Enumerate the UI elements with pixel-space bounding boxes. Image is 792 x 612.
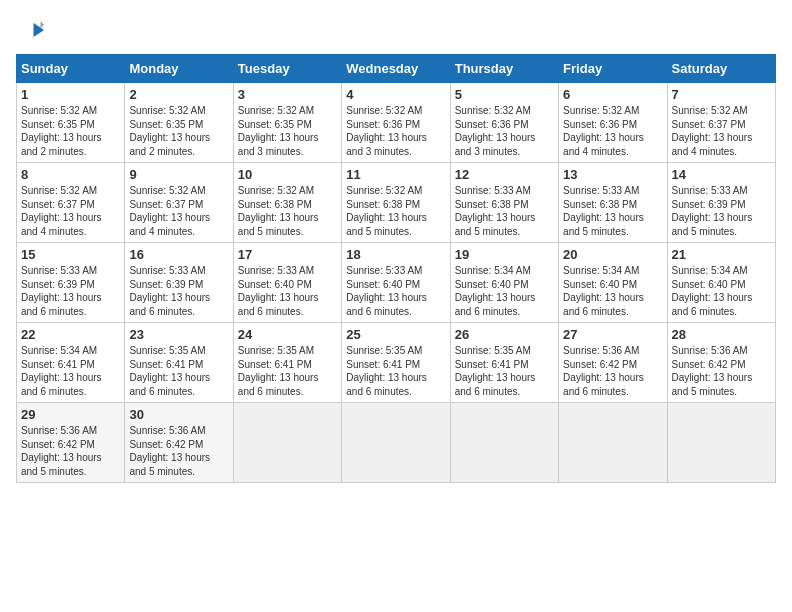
day-number: 29 — [21, 407, 120, 422]
day-info: Sunrise: 5:33 AM Sunset: 6:39 PM Dayligh… — [21, 264, 120, 318]
calendar-day-cell: 9Sunrise: 5:32 AM Sunset: 6:37 PM Daylig… — [125, 163, 233, 243]
calendar-day-cell: 26Sunrise: 5:35 AM Sunset: 6:41 PM Dayli… — [450, 323, 558, 403]
day-number: 16 — [129, 247, 228, 262]
day-number: 14 — [672, 167, 771, 182]
day-info: Sunrise: 5:32 AM Sunset: 6:36 PM Dayligh… — [346, 104, 445, 158]
calendar-day-cell — [233, 403, 341, 483]
day-info: Sunrise: 5:32 AM Sunset: 6:38 PM Dayligh… — [238, 184, 337, 238]
day-number: 26 — [455, 327, 554, 342]
calendar-day-cell: 10Sunrise: 5:32 AM Sunset: 6:38 PM Dayli… — [233, 163, 341, 243]
day-info: Sunrise: 5:32 AM Sunset: 6:36 PM Dayligh… — [455, 104, 554, 158]
day-number: 23 — [129, 327, 228, 342]
day-number: 5 — [455, 87, 554, 102]
calendar-day-cell: 24Sunrise: 5:35 AM Sunset: 6:41 PM Dayli… — [233, 323, 341, 403]
day-info: Sunrise: 5:36 AM Sunset: 6:42 PM Dayligh… — [21, 424, 120, 478]
calendar-day-cell: 1Sunrise: 5:32 AM Sunset: 6:35 PM Daylig… — [17, 83, 125, 163]
day-info: Sunrise: 5:35 AM Sunset: 6:41 PM Dayligh… — [455, 344, 554, 398]
day-of-week-header: Sunday — [17, 55, 125, 83]
day-info: Sunrise: 5:33 AM Sunset: 6:40 PM Dayligh… — [346, 264, 445, 318]
day-number: 10 — [238, 167, 337, 182]
day-of-week-header: Wednesday — [342, 55, 450, 83]
day-info: Sunrise: 5:34 AM Sunset: 6:40 PM Dayligh… — [563, 264, 662, 318]
day-number: 28 — [672, 327, 771, 342]
calendar-day-cell: 17Sunrise: 5:33 AM Sunset: 6:40 PM Dayli… — [233, 243, 341, 323]
calendar-table: SundayMondayTuesdayWednesdayThursdayFrid… — [16, 54, 776, 483]
day-number: 20 — [563, 247, 662, 262]
day-of-week-header: Tuesday — [233, 55, 341, 83]
calendar-day-cell: 16Sunrise: 5:33 AM Sunset: 6:39 PM Dayli… — [125, 243, 233, 323]
day-info: Sunrise: 5:32 AM Sunset: 6:38 PM Dayligh… — [346, 184, 445, 238]
day-number: 25 — [346, 327, 445, 342]
day-number: 6 — [563, 87, 662, 102]
calendar-day-cell — [342, 403, 450, 483]
day-number: 8 — [21, 167, 120, 182]
day-info: Sunrise: 5:33 AM Sunset: 6:38 PM Dayligh… — [563, 184, 662, 238]
day-info: Sunrise: 5:33 AM Sunset: 6:39 PM Dayligh… — [672, 184, 771, 238]
calendar-day-cell: 2Sunrise: 5:32 AM Sunset: 6:35 PM Daylig… — [125, 83, 233, 163]
day-number: 15 — [21, 247, 120, 262]
day-info: Sunrise: 5:34 AM Sunset: 6:41 PM Dayligh… — [21, 344, 120, 398]
calendar-day-cell — [450, 403, 558, 483]
day-info: Sunrise: 5:32 AM Sunset: 6:37 PM Dayligh… — [672, 104, 771, 158]
day-number: 13 — [563, 167, 662, 182]
calendar-week-row: 15Sunrise: 5:33 AM Sunset: 6:39 PM Dayli… — [17, 243, 776, 323]
calendar-day-cell: 20Sunrise: 5:34 AM Sunset: 6:40 PM Dayli… — [559, 243, 667, 323]
day-of-week-header: Friday — [559, 55, 667, 83]
calendar-day-cell: 13Sunrise: 5:33 AM Sunset: 6:38 PM Dayli… — [559, 163, 667, 243]
calendar-day-cell: 14Sunrise: 5:33 AM Sunset: 6:39 PM Dayli… — [667, 163, 775, 243]
day-of-week-header: Saturday — [667, 55, 775, 83]
logo-icon — [16, 16, 44, 44]
day-number: 21 — [672, 247, 771, 262]
calendar-day-cell: 12Sunrise: 5:33 AM Sunset: 6:38 PM Dayli… — [450, 163, 558, 243]
calendar-day-cell: 19Sunrise: 5:34 AM Sunset: 6:40 PM Dayli… — [450, 243, 558, 323]
day-number: 12 — [455, 167, 554, 182]
calendar-day-cell: 22Sunrise: 5:34 AM Sunset: 6:41 PM Dayli… — [17, 323, 125, 403]
day-info: Sunrise: 5:32 AM Sunset: 6:37 PM Dayligh… — [129, 184, 228, 238]
day-info: Sunrise: 5:36 AM Sunset: 6:42 PM Dayligh… — [563, 344, 662, 398]
calendar-day-cell: 23Sunrise: 5:35 AM Sunset: 6:41 PM Dayli… — [125, 323, 233, 403]
calendar-week-row: 29Sunrise: 5:36 AM Sunset: 6:42 PM Dayli… — [17, 403, 776, 483]
calendar-day-cell: 3Sunrise: 5:32 AM Sunset: 6:35 PM Daylig… — [233, 83, 341, 163]
day-number: 4 — [346, 87, 445, 102]
page-header — [16, 16, 776, 44]
day-number: 22 — [21, 327, 120, 342]
day-info: Sunrise: 5:34 AM Sunset: 6:40 PM Dayligh… — [672, 264, 771, 318]
day-info: Sunrise: 5:33 AM Sunset: 6:38 PM Dayligh… — [455, 184, 554, 238]
calendar-day-cell: 28Sunrise: 5:36 AM Sunset: 6:42 PM Dayli… — [667, 323, 775, 403]
logo — [16, 16, 48, 44]
calendar-day-cell: 27Sunrise: 5:36 AM Sunset: 6:42 PM Dayli… — [559, 323, 667, 403]
day-info: Sunrise: 5:32 AM Sunset: 6:35 PM Dayligh… — [129, 104, 228, 158]
day-number: 3 — [238, 87, 337, 102]
calendar-day-cell — [559, 403, 667, 483]
day-number: 11 — [346, 167, 445, 182]
svg-marker-2 — [41, 21, 45, 28]
day-info: Sunrise: 5:34 AM Sunset: 6:40 PM Dayligh… — [455, 264, 554, 318]
day-of-week-header: Monday — [125, 55, 233, 83]
day-number: 24 — [238, 327, 337, 342]
day-info: Sunrise: 5:35 AM Sunset: 6:41 PM Dayligh… — [238, 344, 337, 398]
day-of-week-header: Thursday — [450, 55, 558, 83]
day-info: Sunrise: 5:32 AM Sunset: 6:37 PM Dayligh… — [21, 184, 120, 238]
calendar-day-cell: 4Sunrise: 5:32 AM Sunset: 6:36 PM Daylig… — [342, 83, 450, 163]
day-number: 30 — [129, 407, 228, 422]
day-info: Sunrise: 5:33 AM Sunset: 6:39 PM Dayligh… — [129, 264, 228, 318]
calendar-header-row: SundayMondayTuesdayWednesdayThursdayFrid… — [17, 55, 776, 83]
day-info: Sunrise: 5:35 AM Sunset: 6:41 PM Dayligh… — [129, 344, 228, 398]
calendar-day-cell: 21Sunrise: 5:34 AM Sunset: 6:40 PM Dayli… — [667, 243, 775, 323]
day-number: 9 — [129, 167, 228, 182]
day-info: Sunrise: 5:36 AM Sunset: 6:42 PM Dayligh… — [672, 344, 771, 398]
day-info: Sunrise: 5:35 AM Sunset: 6:41 PM Dayligh… — [346, 344, 445, 398]
calendar-day-cell: 11Sunrise: 5:32 AM Sunset: 6:38 PM Dayli… — [342, 163, 450, 243]
calendar-day-cell: 6Sunrise: 5:32 AM Sunset: 6:36 PM Daylig… — [559, 83, 667, 163]
calendar-day-cell — [667, 403, 775, 483]
calendar-week-row: 1Sunrise: 5:32 AM Sunset: 6:35 PM Daylig… — [17, 83, 776, 163]
calendar-day-cell: 5Sunrise: 5:32 AM Sunset: 6:36 PM Daylig… — [450, 83, 558, 163]
day-number: 1 — [21, 87, 120, 102]
day-info: Sunrise: 5:33 AM Sunset: 6:40 PM Dayligh… — [238, 264, 337, 318]
day-number: 27 — [563, 327, 662, 342]
day-number: 18 — [346, 247, 445, 262]
day-info: Sunrise: 5:36 AM Sunset: 6:42 PM Dayligh… — [129, 424, 228, 478]
day-number: 7 — [672, 87, 771, 102]
calendar-day-cell: 25Sunrise: 5:35 AM Sunset: 6:41 PM Dayli… — [342, 323, 450, 403]
day-info: Sunrise: 5:32 AM Sunset: 6:36 PM Dayligh… — [563, 104, 662, 158]
